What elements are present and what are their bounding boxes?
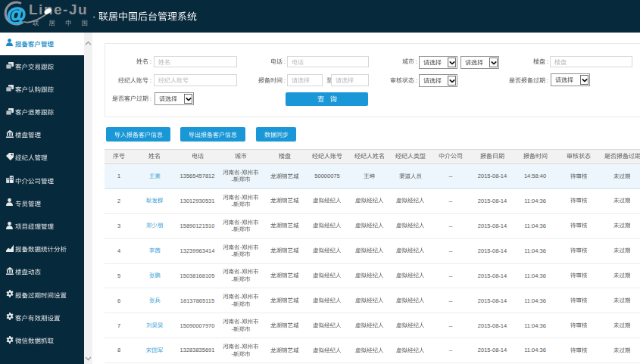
svg-text:@: @ bbox=[7, 3, 26, 26]
